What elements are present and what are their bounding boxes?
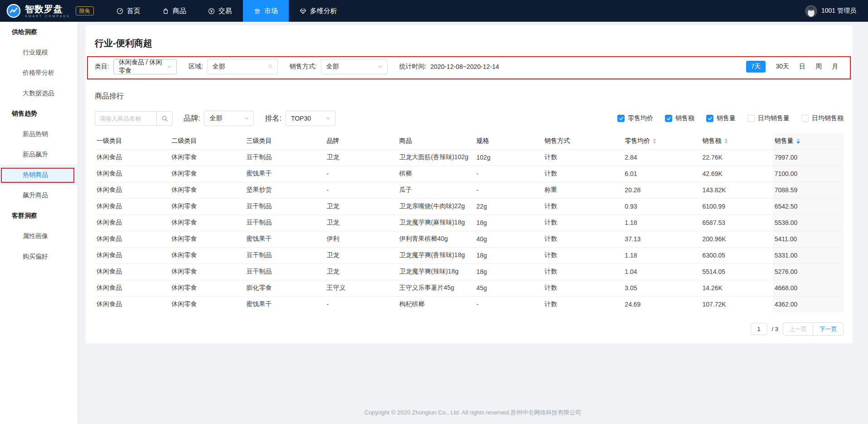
nav-item-market[interactable]: 市场 — [243, 0, 289, 22]
column-header-sortable-active[interactable]: 销售量 — [773, 133, 844, 149]
table-cell: 休闲零食 — [170, 198, 244, 214]
sidebar: 供给洞察 行业规模 价格带分析 大数据选品 销售趋势 新品热销 新品飙升 热销商… — [0, 22, 78, 424]
category-select[interactable]: 休闲食品 / 休闲零食 — [113, 59, 177, 74]
sales-mode-select[interactable]: 全部 — [321, 59, 388, 74]
column-header: 三级类目 — [244, 133, 325, 149]
range-week-button[interactable]: 周 — [815, 63, 822, 71]
prev-page-button[interactable]: 上一页 — [783, 323, 813, 335]
column-header-sortable[interactable]: 销售额 — [701, 133, 773, 149]
sidebar-item-bigdata-selection[interactable]: 大数据选品 — [0, 83, 78, 103]
column-header: 规格 — [475, 133, 543, 149]
table-cell: 称重 — [543, 182, 623, 198]
range-day-button[interactable]: 日 — [799, 63, 805, 71]
metric-checkbox-sales-amount[interactable]: 销售额 — [665, 114, 694, 122]
table-cell: 5331.00 — [773, 247, 844, 263]
range-7days-button[interactable]: 7天 — [746, 61, 766, 73]
sort-icon[interactable] — [653, 138, 656, 144]
table-cell: 卫龙 — [325, 198, 398, 214]
rank-label: 排名: — [265, 114, 281, 123]
nav-item-analysis[interactable]: 多维分析 — [289, 0, 348, 22]
table-body: 休闲食品休闲零食豆干制品卫龙卫龙大面筋(香辣味)102g102g计数2.8422… — [95, 149, 844, 312]
table-row: 休闲食品休闲零食坚果炒货-瓜子-称重20.28143.82K7088.59 — [95, 182, 844, 198]
range-month-button[interactable]: 月 — [832, 63, 838, 71]
sidebar-item-new-hot[interactable]: 新品热销 — [0, 124, 78, 144]
sidebar-item-rising-products[interactable]: 飙升商品 — [0, 185, 78, 205]
metric-checkbox-group: 零售均价 销售额 销售量 日均销售量 — [617, 114, 844, 122]
table-cell: 休闲食品 — [95, 247, 170, 263]
nav-menu: 首页 商品 交易 市场 多维分析 — [106, 0, 348, 22]
page-title: 行业-便利商超 — [95, 37, 844, 49]
sidebar-item-attribute-portrait[interactable]: 属性画像 — [0, 226, 78, 246]
product-search-input[interactable] — [95, 111, 156, 126]
metric-label: 销售额 — [675, 114, 694, 122]
metric-checkbox-daily-amount[interactable]: 日均销售额 — [801, 114, 844, 122]
time-range-group: 7天 30天 日 周 月 — [746, 61, 844, 73]
table-cell: - — [325, 182, 398, 198]
sort-icon[interactable] — [724, 138, 728, 144]
top-navbar: 智数罗盘 SMART COMPASS 限免 首页 商品 交易 市场 多维分析 — [0, 0, 868, 22]
total-pages: / 3 — [772, 326, 778, 332]
brand-value: 全部 — [209, 114, 244, 122]
column-label: 零售均价 — [625, 137, 650, 144]
metric-label: 销售量 — [717, 114, 736, 122]
table-cell: 6587.53 — [701, 214, 773, 231]
table-cell: 膨化零食 — [244, 280, 325, 296]
next-page-button[interactable]: 下一页 — [813, 323, 843, 335]
table-cell: 卫龙亲嘴烧(牛肉味)22g — [398, 198, 475, 214]
table-cell: 4668.00 — [773, 280, 844, 296]
sidebar-group-supply: 供给洞察 — [0, 22, 78, 42]
table-cell: 1.04 — [623, 263, 700, 280]
nav-item-home[interactable]: 首页 — [106, 0, 151, 22]
filter-bar: 类目: 休闲食品 / 休闲零食 区域: 全部 销售方式: 全部 统计时间: 20… — [95, 55, 844, 78]
brand-text: 智数罗盘 SMART COMPASS — [25, 4, 70, 18]
nav-item-product[interactable]: 商品 — [151, 0, 197, 22]
region-select[interactable]: 全部 — [207, 59, 278, 74]
table-cell: 豆干制品 — [244, 149, 325, 166]
table-cell: 卫龙 — [325, 247, 398, 263]
metric-checkbox-retail-price[interactable]: 零售均价 — [617, 114, 653, 122]
brand-select[interactable]: 全部 — [204, 111, 254, 126]
table-cell: 143.82K — [701, 182, 773, 198]
nav-label: 首页 — [127, 7, 141, 15]
nav-item-trade[interactable]: 交易 — [197, 0, 243, 22]
page-button-group: 上一页 下一页 — [783, 322, 844, 336]
table-cell: 瓜子 — [398, 182, 475, 198]
search-button[interactable] — [156, 111, 173, 126]
sidebar-item-industry-scale[interactable]: 行业规模 — [0, 42, 78, 63]
sort-desc-active-icon[interactable] — [796, 138, 800, 144]
table-cell: 卫龙 — [325, 149, 398, 166]
table-cell: 伊利青果槟榔40g — [398, 231, 475, 247]
rank-select[interactable]: TOP30 — [286, 111, 335, 126]
table-cell: 枸杞槟榔 — [398, 296, 475, 312]
table-cell: 坚果炒货 — [244, 182, 325, 198]
table-cell: 卫龙魔芋爽(麻辣味)18g — [398, 214, 475, 231]
sidebar-item-new-rising[interactable]: 新品飙升 — [0, 144, 78, 165]
column-header-sortable[interactable]: 零售均价 — [623, 133, 700, 149]
sidebar-item-price-band[interactable]: 价格带分析 — [0, 63, 78, 83]
table-cell: 22g — [475, 198, 543, 214]
user-menu[interactable]: 1001 管理员 — [805, 5, 868, 17]
table-cell: 休闲食品 — [95, 280, 170, 296]
range-30days-button[interactable]: 30天 — [776, 63, 789, 71]
ranking-toolbar: 品牌: 全部 排名: TOP30 零售均价 — [95, 111, 844, 126]
checkbox-unchecked-icon — [801, 115, 809, 122]
category-label: 类目: — [95, 63, 109, 71]
metric-checkbox-daily-volume[interactable]: 日均销售量 — [747, 114, 790, 122]
table-cell: - — [475, 296, 543, 312]
table-cell: 6542.50 — [773, 198, 844, 214]
user-avatar — [805, 5, 817, 17]
sales-mode-label: 销售方式: — [290, 63, 317, 71]
table-cell: 40g — [475, 231, 543, 247]
table-cell: 豆干制品 — [244, 247, 325, 263]
table-cell: 休闲食品 — [95, 166, 170, 182]
table-cell: - — [325, 166, 398, 182]
sidebar-item-purchase-preference[interactable]: 购买偏好 — [0, 246, 78, 267]
metric-checkbox-sales-volume[interactable]: 销售量 — [706, 114, 736, 122]
sidebar-item-hot-products[interactable]: 热销商品 — [0, 165, 78, 185]
page-number-input[interactable] — [751, 323, 767, 335]
table-cell: 3.05 — [623, 280, 700, 296]
table-row: 休闲食品休闲零食蜜饯果干-枸杞槟榔-计数24.69107.72K4362.00 — [95, 296, 844, 312]
table-cell: 计数 — [543, 149, 623, 166]
nav-label: 商品 — [173, 7, 186, 15]
table-cell: 伊利 — [325, 231, 398, 247]
